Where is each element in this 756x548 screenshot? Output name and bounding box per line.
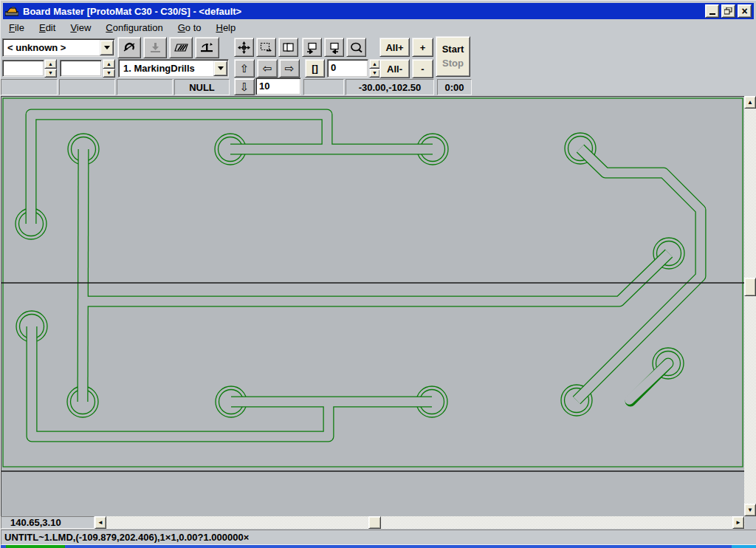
tool-select-combo-dropdown-button[interactable]: [100, 40, 114, 55]
step-count-stepper-up[interactable]: ▲: [369, 59, 380, 69]
spindle-home-button[interactable]: [195, 37, 219, 58]
step-count-stepper[interactable]: ▲▼: [369, 59, 380, 78]
head-position-panel-text: -30.00,-102.50: [359, 82, 422, 93]
status-bar: UNTITL~1.LMD,(-109.879,202.406),1×1,0.00…: [1, 530, 756, 545]
y-coord-stepper-down[interactable]: ▼: [103, 69, 115, 78]
bracket-button-label: []: [312, 63, 318, 74]
scroll-up-button[interactable]: ▲: [744, 96, 756, 109]
move-left-button[interactable]: ⇦: [257, 59, 278, 78]
trace-channel-fill: [31, 114, 327, 224]
trace-channel-fill: [630, 363, 669, 400]
title-bar: Board Master [ProtoMat C30 - C30/S] - <d…: [3, 3, 754, 19]
zoom-button[interactable]: [346, 38, 366, 57]
trace-channel-fill: [84, 253, 669, 301]
menu-help[interactable]: Help: [210, 21, 241, 35]
status-panel-4: [303, 79, 344, 95]
tool-select-combo[interactable]: < unknown >: [2, 38, 115, 57]
time-panel-text: 0:00: [444, 82, 464, 93]
window-controls: ×: [705, 4, 752, 18]
scroll-right-button[interactable]: ►: [732, 516, 744, 529]
all-minus-button[interactable]: All-: [379, 59, 410, 78]
lower-head-button[interactable]: [143, 37, 167, 58]
step-count-field[interactable]: 0: [327, 59, 368, 78]
step-size-field[interactable]: 10: [255, 78, 301, 95]
menu-view[interactable]: View: [64, 21, 97, 35]
restore-button[interactable]: [721, 4, 735, 18]
taskbar-segment: [732, 545, 756, 548]
move-down-button-icon: ⇩: [240, 81, 250, 92]
step-count-stepper-down[interactable]: ▼: [369, 69, 380, 78]
head-position-panel: -30.00,-102.50: [346, 79, 434, 95]
menu-configuration[interactable]: Configuration: [100, 21, 168, 35]
select-area-button[interactable]: [256, 38, 276, 57]
x-coord-field[interactable]: [2, 60, 44, 77]
y-coord-field[interactable]: [60, 60, 102, 77]
phase-select-combo-dropdown-button[interactable]: [213, 61, 227, 76]
trace-channel-fill: [32, 326, 329, 436]
scroll-down-button[interactable]: ▼: [744, 504, 756, 516]
y-coord-stepper-up[interactable]: ▲: [103, 59, 115, 69]
duplicate-icon: [282, 41, 295, 54]
taskbar-strip: [1, 545, 756, 548]
status-text: UNTITL~1.LMD,(-109.879,202.406),1×1,0.00…: [4, 532, 249, 543]
x-coord-stepper-up[interactable]: ▲: [44, 59, 57, 69]
x-coord-stepper[interactable]: ▲▼: [44, 59, 57, 78]
import-file-button[interactable]: [302, 38, 322, 57]
status-panel-2: [59, 79, 115, 95]
status-panel-3: [117, 79, 173, 95]
trace-channel-fill: [577, 148, 701, 400]
plus-button-label: +: [420, 42, 426, 53]
vertical-scrollbar[interactable]: ▲ ▼: [744, 96, 756, 516]
all-plus-button-label: All+: [385, 42, 403, 53]
import-file2-button[interactable]: [324, 38, 344, 57]
window-title: Board Master [ProtoMat C30 - C30/S] - <d…: [23, 6, 241, 17]
trace-channel-fill: [83, 149, 83, 402]
move-left-button-icon: ⇦: [263, 63, 272, 74]
mill-area-button[interactable]: [169, 37, 193, 58]
import-rect2-icon: [328, 41, 340, 54]
move-right-button-icon: ⇨: [285, 63, 295, 74]
spindle-home-icon: [199, 41, 215, 55]
start-stop-button[interactable]: StartStop: [436, 36, 470, 77]
trace-channel: [32, 326, 329, 436]
board-master-window: Board Master [ProtoMat C30 - C30/S] - <d…: [0, 0, 756, 548]
move-down-button[interactable]: ⇩: [234, 78, 255, 95]
app-icon: [5, 6, 18, 16]
menu-bar: FileEditViewConfigurationGo toHelp: [3, 20, 754, 35]
move-up-button[interactable]: ⇧: [234, 59, 255, 78]
horizontal-scrollbar-row: 140.65,3.10 ◄ ►: [1, 516, 756, 529]
close-button[interactable]: ×: [738, 4, 752, 18]
plus-button[interactable]: +: [412, 38, 433, 57]
x-coord-stepper-down[interactable]: ▼: [44, 69, 57, 78]
import-rect-icon: [306, 41, 318, 54]
horizontal-scroll-thumb[interactable]: [368, 516, 381, 529]
minimize-button[interactable]: [705, 4, 719, 18]
y-coord-stepper[interactable]: ▲▼: [103, 59, 115, 78]
cursor-coordinates-panel: 140.65,3.10: [1, 516, 94, 529]
pcb-view[interactable]: [1, 96, 745, 516]
stop-label: Stop: [442, 57, 464, 71]
scroll-left-button[interactable]: ◄: [94, 516, 106, 529]
time-panel: 0:00: [437, 79, 472, 95]
move-mode-button[interactable]: [234, 38, 254, 57]
menu-file[interactable]: File: [3, 21, 30, 35]
bracket-button[interactable]: []: [305, 59, 325, 78]
phase-select-combo[interactable]: 1. MarkingDrills: [118, 59, 229, 78]
scrollbar-corner: [745, 516, 756, 529]
move-right-button[interactable]: ⇨: [279, 59, 300, 78]
menu-go-to[interactable]: Go to: [172, 21, 207, 35]
duplicate-button[interactable]: [278, 38, 298, 57]
trace-channel: [31, 114, 327, 224]
all-plus-button[interactable]: All+: [379, 38, 410, 57]
rotate-slash-icon: [123, 41, 137, 55]
menu-edit[interactable]: Edit: [33, 21, 61, 35]
trace-channel: [84, 253, 669, 301]
minus-button[interactable]: -: [412, 59, 433, 78]
hatch-area-icon: [173, 41, 189, 54]
spindle-motor-button[interactable]: [117, 37, 141, 58]
move-up-button-icon: ⇧: [240, 63, 250, 74]
vertical-scroll-thumb[interactable]: [744, 278, 756, 296]
tool-select-combo-value: < unknown >: [3, 42, 99, 53]
magnifier-icon: [349, 41, 363, 54]
head-down-icon: [148, 41, 162, 55]
